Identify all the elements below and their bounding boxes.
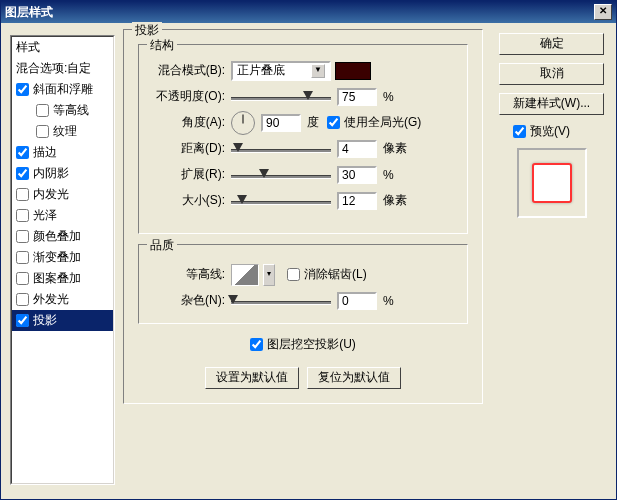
style-item-1[interactable]: 等高线 [12, 100, 113, 121]
style-item-label: 图案叠加 [33, 271, 81, 285]
style-item-11[interactable]: 投影 [12, 310, 113, 331]
knockout-row: 图层挖空投影(U) [132, 332, 474, 357]
quality-fieldset: 品质 等高线: ▾ 消除锯齿(L) 杂色(N): 0 % [138, 244, 468, 324]
close-button[interactable]: ✕ [594, 4, 612, 20]
spread-row: 扩展(R): 30 % [147, 162, 459, 187]
style-item-checkbox[interactable] [36, 104, 49, 117]
style-item-10[interactable]: 外发光 [12, 289, 113, 310]
distance-row: 距离(D): 4 像素 [147, 136, 459, 161]
style-item-8[interactable]: 渐变叠加 [12, 247, 113, 268]
blend-mode-label: 混合模式(B): [147, 62, 225, 79]
preview-swatch [532, 163, 572, 203]
style-item-label: 光泽 [33, 208, 57, 222]
blend-mode-row: 混合模式(B): 正片叠底 ▼ [147, 58, 459, 83]
use-global-light-checkbox[interactable] [327, 116, 340, 129]
blend-mode-value: 正片叠底 [237, 62, 285, 79]
contour-dropdown-arrow[interactable]: ▾ [263, 264, 275, 286]
style-item-checkbox[interactable] [36, 125, 49, 138]
spread-unit: % [383, 168, 394, 182]
angle-row: 角度(A): 90 度 使用全局光(G) [147, 110, 459, 135]
spread-input[interactable]: 30 [337, 166, 377, 184]
noise-row: 杂色(N): 0 % [147, 288, 459, 313]
style-item-label: 等高线 [53, 103, 89, 117]
style-item-label: 渐变叠加 [33, 250, 81, 264]
style-item-5[interactable]: 内发光 [12, 184, 113, 205]
blend-mode-dropdown[interactable]: 正片叠底 ▼ [231, 61, 331, 81]
style-item-label: 颜色叠加 [33, 229, 81, 243]
use-global-light-label[interactable]: 使用全局光(G) [344, 114, 421, 131]
knockout-checkbox[interactable] [250, 338, 263, 351]
style-item-6[interactable]: 光泽 [12, 205, 113, 226]
antialias-label[interactable]: 消除锯齿(L) [304, 266, 367, 283]
size-unit: 像素 [383, 192, 407, 209]
ok-button[interactable]: 确定 [499, 33, 604, 55]
opacity-input[interactable]: 75 [337, 88, 377, 106]
style-item-checkbox[interactable] [16, 188, 29, 201]
style-item-label: 内发光 [33, 187, 69, 201]
style-item-4[interactable]: 内阴影 [12, 163, 113, 184]
contour-label: 等高线: [147, 266, 225, 283]
style-item-checkbox[interactable] [16, 272, 29, 285]
style-item-checkbox[interactable] [16, 167, 29, 180]
quality-title: 品质 [147, 237, 177, 254]
preview-box [517, 148, 587, 218]
style-item-checkbox[interactable] [16, 83, 29, 96]
reset-default-button[interactable]: 复位为默认值 [307, 367, 401, 389]
style-item-label: 投影 [33, 313, 57, 327]
client-area: 样式混合选项:自定斜面和浮雕等高线纹理描边内阴影内发光光泽颜色叠加渐变叠加图案叠… [1, 23, 616, 499]
opacity-slider[interactable] [231, 90, 331, 104]
size-input[interactable]: 12 [337, 192, 377, 210]
default-buttons: 设置为默认值 复位为默认值 [132, 367, 474, 389]
size-slider[interactable] [231, 194, 331, 208]
contour-picker[interactable] [231, 264, 259, 286]
style-item-checkbox[interactable] [16, 230, 29, 243]
size-label: 大小(S): [147, 192, 225, 209]
dialog-buttons: 确定 取消 新建样式(W)... 预览(V) [499, 33, 604, 218]
distance-slider[interactable] [231, 142, 331, 156]
shadow-color-swatch[interactable] [335, 62, 371, 80]
opacity-unit: % [383, 90, 394, 104]
style-item-2[interactable]: 纹理 [12, 121, 113, 142]
preview-label[interactable]: 预览(V) [530, 123, 570, 140]
angle-input[interactable]: 90 [261, 114, 301, 132]
noise-label: 杂色(N): [147, 292, 225, 309]
styles-header[interactable]: 样式 [12, 37, 113, 58]
knockout-label[interactable]: 图层挖空投影(U) [267, 336, 356, 353]
window-title: 图层样式 [5, 1, 53, 23]
noise-slider[interactable] [231, 294, 331, 308]
new-style-button[interactable]: 新建样式(W)... [499, 93, 604, 115]
style-item-9[interactable]: 图案叠加 [12, 268, 113, 289]
noise-input[interactable]: 0 [337, 292, 377, 310]
style-item-label: 斜面和浮雕 [33, 82, 93, 96]
distance-unit: 像素 [383, 140, 407, 157]
size-row: 大小(S): 12 像素 [147, 188, 459, 213]
distance-label: 距离(D): [147, 140, 225, 157]
angle-unit: 度 [307, 114, 319, 131]
preview-row: 预览(V) [513, 123, 604, 140]
spread-label: 扩展(R): [147, 166, 225, 183]
style-item-7[interactable]: 颜色叠加 [12, 226, 113, 247]
spread-slider[interactable] [231, 168, 331, 182]
preview-checkbox[interactable] [513, 125, 526, 138]
style-item-checkbox[interactable] [16, 293, 29, 306]
style-item-checkbox[interactable] [16, 314, 29, 327]
style-item-checkbox[interactable] [16, 209, 29, 222]
set-default-button[interactable]: 设置为默认值 [205, 367, 299, 389]
angle-label: 角度(A): [147, 114, 225, 131]
angle-dial[interactable] [231, 111, 255, 135]
cancel-button[interactable]: 取消 [499, 63, 604, 85]
style-item-checkbox[interactable] [16, 251, 29, 264]
opacity-label: 不透明度(O): [147, 88, 225, 105]
style-item-3[interactable]: 描边 [12, 142, 113, 163]
structure-title: 结构 [147, 37, 177, 54]
style-item-0[interactable]: 斜面和浮雕 [12, 79, 113, 100]
titlebar: 图层样式 ✕ [1, 1, 616, 23]
blend-options-item[interactable]: 混合选项:自定 [12, 58, 113, 79]
contour-row: 等高线: ▾ 消除锯齿(L) [147, 262, 459, 287]
structure-fieldset: 结构 混合模式(B): 正片叠底 ▼ 不透明度(O): 75 % [138, 44, 468, 234]
noise-unit: % [383, 294, 394, 308]
distance-input[interactable]: 4 [337, 140, 377, 158]
opacity-row: 不透明度(O): 75 % [147, 84, 459, 109]
style-item-checkbox[interactable] [16, 146, 29, 159]
antialias-checkbox[interactable] [287, 268, 300, 281]
